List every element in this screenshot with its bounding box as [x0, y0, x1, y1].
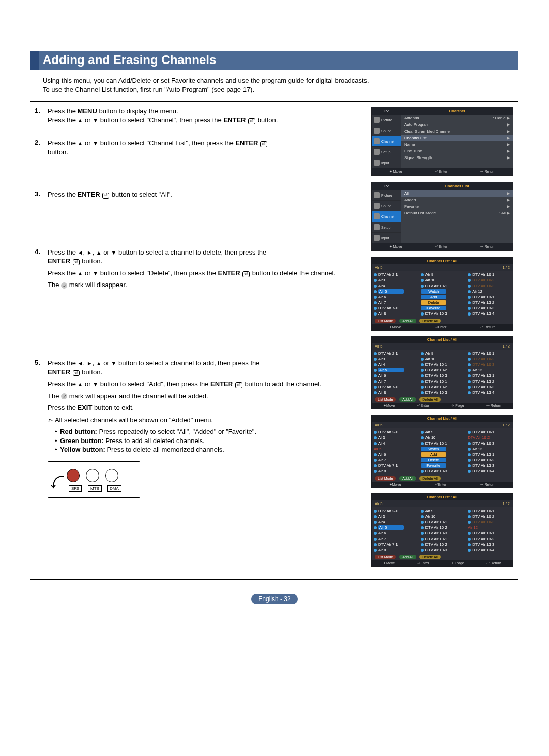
clist-cell: DTV Air 10-3: [468, 440, 511, 446]
clist-cell: DTV Air 13-3: [468, 384, 511, 390]
clist-cell: DTV Air 10-2: [421, 367, 464, 373]
clist-cell: DTV Air 10-3: [421, 373, 464, 379]
clist-cell: Air 7: [374, 300, 417, 305]
clist-cell: Air3: [374, 277, 417, 283]
clist-sub-left: Air 5: [375, 501, 382, 506]
steps-list: 1. Press the MENU button to display the …: [35, 107, 366, 498]
dot-icon: [468, 391, 471, 394]
osd-channel-menu: TV Picture Sound Channel Setup Input Cha…: [371, 107, 513, 176]
add-all-pill: Add All: [399, 319, 416, 323]
dot-icon: [421, 521, 424, 524]
dot-icon: [421, 391, 424, 394]
note: All selected channels will be shown on "…: [48, 416, 321, 425]
osd-side-channel: Channel: [372, 211, 401, 222]
manual-page: Adding and Erasing Channels Using this m…: [0, 0, 549, 624]
clist-menu-item: Add: [421, 452, 464, 457]
clist-cell: DTV Air 10-3: [421, 547, 464, 553]
dot-icon: [421, 436, 424, 439]
clist-menu-item: Favorite: [421, 305, 464, 311]
osd-channel-list-menu: TV Picture Sound Channel Setup Input Cha…: [371, 182, 513, 251]
dot-icon: [374, 369, 377, 372]
clist-cell: DTV Air 13-1: [468, 530, 511, 536]
step-body: Press the ◄, ►, ▲ or ▼ button to select …: [48, 359, 321, 498]
enter-label: ENTER: [210, 380, 233, 388]
dot-icon: [468, 538, 471, 541]
clist-menu-item: Watch: [421, 289, 464, 294]
dot-icon: [374, 538, 377, 541]
osd-side-channel: Channel: [372, 136, 401, 147]
clist-cell: Air4: [374, 362, 417, 367]
clist-cell: Air 5: [374, 367, 417, 373]
dot-icon: [468, 290, 471, 293]
clist-cell: DTV Air 10-2: [468, 277, 511, 283]
check-mark-icon: ✓: [61, 393, 67, 399]
clist-cell: Air 5: [374, 289, 417, 294]
enter-icon: ⏎: [248, 118, 255, 124]
dot-icon: [374, 296, 377, 299]
osd-foot-move: ✦ Move: [389, 245, 402, 249]
clist-cell: Air4: [374, 283, 417, 289]
remote-button-1: [86, 469, 99, 482]
dot-icon: [374, 543, 377, 546]
clist-cell: DTV Air 7-1: [374, 384, 417, 390]
clist-cell: Air 12: [468, 289, 511, 294]
page-footer: English - 32: [30, 594, 518, 604]
channel-icon: [374, 213, 380, 219]
dot-icon: [421, 273, 424, 276]
enter-label: ENTER: [218, 269, 240, 277]
clist-footer: ✦Move ⏎Enter ✧ Page ↩ Return: [372, 560, 513, 566]
dot-icon: [421, 386, 424, 389]
clist-cell: DTV Air 2-1: [374, 508, 417, 514]
clist-cell: DTV Air 2-1: [374, 272, 417, 277]
osd-row: Fine Tune ▶: [401, 148, 513, 154]
enter-icon: ⏎: [242, 271, 250, 277]
clist-cell: Air 9: [421, 351, 464, 356]
clist-header: Channel List / All: [372, 494, 513, 500]
remote-label-mts: MTS: [88, 485, 102, 492]
osd-footer: ✦ Move ⏎ Enter ↩ Return: [372, 168, 513, 175]
list-mode-pill: List Mode: [375, 555, 396, 559]
clist-sub-right: 1 / 2: [502, 265, 510, 270]
red-button-label: Red button:: [60, 428, 97, 435]
yellow-button-label: Yellow button:: [60, 446, 105, 453]
dot-icon: [468, 470, 471, 473]
dot-icon: [421, 285, 424, 288]
osd-screenshots-column: TV Picture Sound Channel Setup Input Cha…: [371, 107, 513, 572]
enter-label: ENTER: [78, 191, 100, 198]
dot-icon: [374, 374, 377, 377]
up-triangle-icon: ▲: [96, 249, 102, 256]
dot-icon: [421, 510, 424, 513]
osd-row: Channel List ▶: [401, 135, 513, 141]
osd-side-picture: Picture: [372, 190, 401, 201]
setup-icon: [374, 224, 380, 230]
clist-cell: Air 9: [421, 508, 464, 514]
clist-cell: Air 8: [374, 547, 417, 553]
osd-row: Favorite ▶: [401, 203, 513, 210]
enter-icon: ⏎: [73, 259, 80, 265]
dot-icon: [468, 532, 471, 535]
step-number: 1.: [35, 107, 44, 128]
dot-icon: [374, 549, 377, 552]
clist-cell: DTV Air 10-1: [421, 536, 464, 542]
dot-icon: [421, 549, 424, 552]
clist-cell: DTV Air 10-3: [421, 390, 464, 395]
channel-list-after-add: Channel List / All Air 51 / 2 DTV Air 2-…: [371, 493, 513, 567]
clist-cell: Air 5: [374, 525, 417, 530]
dot-icon: [374, 352, 377, 355]
title-accent: [30, 51, 39, 70]
green-button-label: Green button:: [60, 437, 104, 445]
enter-label: ENTER: [48, 368, 70, 376]
clist-sub-left: Air 5: [375, 344, 382, 349]
clist-sub-right: 1 / 2: [502, 501, 510, 506]
dot-icon: [468, 442, 471, 445]
osd-row: Added ▶: [401, 197, 513, 203]
color-button-notes: Red button: Press repeatedly to select "…: [48, 427, 321, 454]
dot-icon: [374, 464, 377, 467]
clist-cell: Air 9: [421, 429, 464, 435]
step-number: 5.: [35, 359, 44, 498]
osd-side-picture: Picture: [372, 115, 401, 125]
dot-icon: [421, 352, 424, 355]
dot-icon: [468, 369, 471, 372]
dot-icon: [468, 521, 471, 524]
clist-cell: DTV Air 10-1: [421, 519, 464, 525]
